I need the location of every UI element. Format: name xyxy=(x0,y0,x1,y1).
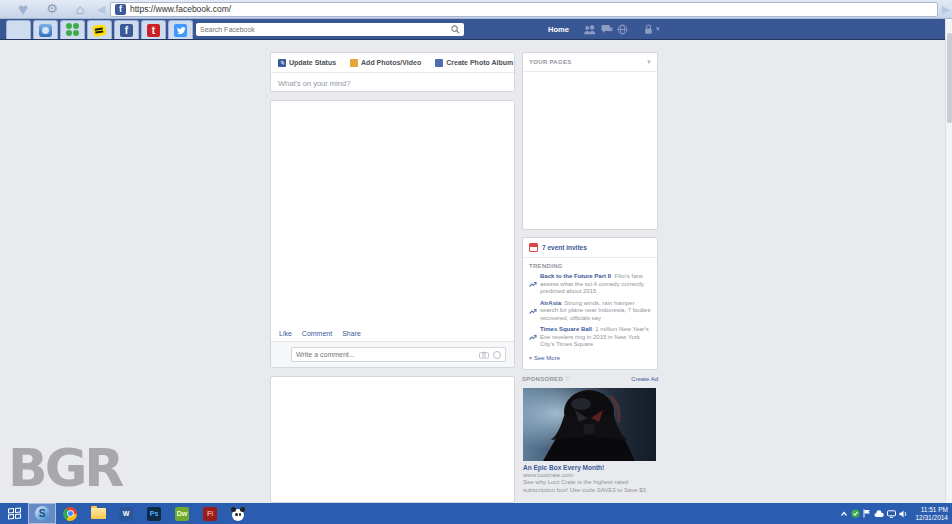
tab-microsoft[interactable] xyxy=(6,20,31,39)
update-check-icon[interactable] xyxy=(851,509,860,518)
page-scrollbar[interactable] xyxy=(945,19,952,503)
taskbar-browser-active[interactable]: S xyxy=(28,503,56,524)
up-caret-icon[interactable] xyxy=(840,510,848,518)
facebook-search-bar[interactable] xyxy=(196,23,464,36)
back-arrow-icon[interactable]: ◀ xyxy=(94,3,108,16)
trending-topic[interactable]: Back to the Future Part II xyxy=(540,273,611,279)
smiley-icon[interactable] xyxy=(493,351,501,359)
taskbar-photoshop[interactable]: Ps xyxy=(140,503,168,524)
trending-topic[interactable]: AirAsia xyxy=(540,300,561,306)
word-icon: W xyxy=(119,507,133,521)
create-album-label: Create Photo Album xyxy=(446,59,513,66)
camera-icon[interactable] xyxy=(479,351,489,359)
display-icon[interactable] xyxy=(887,510,896,518)
like-button[interactable]: Like xyxy=(279,330,292,337)
cloud-icon[interactable] xyxy=(874,510,884,518)
taskbar-clock[interactable]: 11:51 PM 12/31/2014 xyxy=(915,506,948,522)
add-photos-label: Add Photos/Video xyxy=(361,59,421,66)
flag-icon[interactable] xyxy=(863,509,871,518)
comment-box[interactable] xyxy=(291,347,506,362)
composer-tabs: ✎ Update Status Add Photos/Video Create … xyxy=(271,53,514,72)
create-album-tab[interactable]: Create Photo Album xyxy=(435,59,513,67)
microsoft-icon xyxy=(12,23,26,37)
clock-date: 12/31/2014 xyxy=(915,514,948,522)
messages-icon[interactable] xyxy=(601,24,613,35)
trending-label: TRENDING xyxy=(523,258,657,271)
ad-url: www.lootcrate.com xyxy=(523,472,657,478)
url-input[interactable] xyxy=(130,4,933,14)
photoshop-icon: Ps xyxy=(147,507,161,521)
home-icon[interactable]: ⌂ xyxy=(68,1,92,17)
friends-icon[interactable] xyxy=(583,24,596,35)
tab-bestbuy[interactable] xyxy=(87,20,112,39)
folder-icon xyxy=(91,508,106,519)
browser-icon: S xyxy=(35,506,50,521)
post-content xyxy=(271,101,514,327)
chevron-down-icon[interactable]: ▾ xyxy=(656,25,660,33)
trending-item[interactable]: AirAsia: Strong winds, rain hamper searc… xyxy=(523,298,657,325)
comment-input[interactable] xyxy=(296,351,479,358)
update-status-tab[interactable]: ✎ Update Status xyxy=(278,59,336,67)
update-status-label: Update Status xyxy=(289,59,336,66)
search-input[interactable] xyxy=(200,26,451,33)
megaphone-icon: ⚐ xyxy=(565,376,570,382)
taskbar-panda-app[interactable] xyxy=(224,503,252,524)
taskbar-dreamweaver[interactable]: Dw xyxy=(168,503,196,524)
tab-app-store[interactable] xyxy=(33,20,58,39)
create-ad-link[interactable]: Create Ad xyxy=(631,376,658,382)
search-icon[interactable] xyxy=(451,25,460,34)
pencil-icon: ✎ xyxy=(278,59,286,67)
forward-arrow-icon[interactable]: ▶ xyxy=(940,3,952,16)
feed-post-2 xyxy=(270,376,515,503)
add-photos-tab[interactable]: Add Photos/Video xyxy=(350,59,421,67)
taskbar-flash[interactable]: Fl xyxy=(196,503,224,524)
see-more-link[interactable]: ▾See More xyxy=(523,351,657,364)
trending-topic[interactable]: Times Square Ball xyxy=(540,326,592,332)
taskbar-word[interactable]: W xyxy=(112,503,140,524)
url-bar[interactable]: f xyxy=(110,2,938,17)
taskbar-apps: S W Ps Dw Fl xyxy=(0,503,252,524)
facebook-navbar: f t Home ▾ xyxy=(0,19,952,40)
event-invites-row[interactable]: 7 event invites xyxy=(523,238,657,258)
ad-title[interactable]: An Epic Box Every Month! xyxy=(523,464,657,471)
status-composer: ✎ Update Status Add Photos/Video Create … xyxy=(270,52,515,92)
globe-icon[interactable] xyxy=(617,24,628,35)
volume-icon[interactable] xyxy=(899,510,908,518)
lock-icon[interactable] xyxy=(644,24,653,35)
share-button[interactable]: Share xyxy=(342,330,361,337)
bgr-watermark: BGR xyxy=(8,438,121,498)
green-dots-icon xyxy=(66,23,80,37)
tab-tumblr[interactable]: t xyxy=(141,20,166,39)
browser-tab-strip: f t xyxy=(6,20,193,39)
trending-card: 7 event invites TRENDING Back to the Fut… xyxy=(522,237,658,370)
nav-home-link[interactable]: Home xyxy=(548,25,569,34)
trending-item[interactable]: Back to the Future Part II: Film's fans … xyxy=(523,271,657,298)
windows-logo-icon xyxy=(8,508,21,520)
scrollbar-thumb[interactable] xyxy=(947,33,952,123)
chevron-down-icon[interactable]: ▾ xyxy=(647,58,651,66)
trending-arrow-icon xyxy=(529,300,537,323)
flash-icon: Fl xyxy=(203,507,217,521)
trending-item[interactable]: Times Square Ball: 1 million New Year's … xyxy=(523,324,657,351)
heart-icon[interactable]: ♥ xyxy=(12,1,34,18)
tab-green-dots[interactable] xyxy=(60,20,85,39)
twitter-icon xyxy=(174,24,187,37)
comment-button[interactable]: Comment xyxy=(302,330,332,337)
ad-description: See why Loot Crate is the highest rated … xyxy=(523,479,657,494)
clock-time: 11:51 PM xyxy=(915,506,948,514)
taskbar-chrome[interactable] xyxy=(56,503,84,524)
tab-twitter[interactable] xyxy=(168,20,193,39)
panda-icon xyxy=(231,507,245,521)
gear-icon[interactable]: ⚙ xyxy=(40,1,64,17)
tab-facebook[interactable]: f xyxy=(114,20,139,39)
ad-image-darth-vader[interactable] xyxy=(523,388,656,461)
comment-area xyxy=(271,341,514,367)
taskbar-file-explorer[interactable] xyxy=(84,503,112,524)
start-button[interactable] xyxy=(0,503,28,524)
event-invites-link[interactable]: 7 event invites xyxy=(542,244,587,251)
post-actions: Like Comment Share xyxy=(271,327,514,341)
calendar-icon xyxy=(529,243,538,252)
facebook-favicon: f xyxy=(115,4,126,15)
status-input[interactable]: What's on your mind? xyxy=(271,72,514,92)
tumblr-icon: t xyxy=(147,24,160,37)
